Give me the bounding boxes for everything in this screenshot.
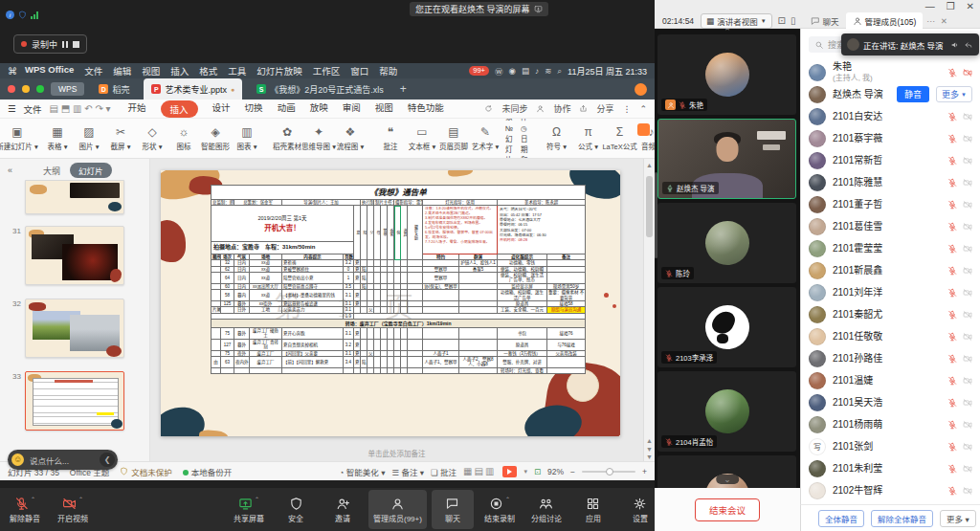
ribbon-button-稻壳素材[interactable]: ✿稻壳素材 [276,126,299,151]
ribbon-button-智能图形[interactable]: ◈智能图形 [204,126,227,151]
ribbon-tab-设计[interactable]: 设计 [212,100,231,118]
docer-tab[interactable]: D 稻壳 [91,78,137,100]
mic-off-icon[interactable] [947,420,957,430]
unmute-all-button[interactable]: 解除全体静音 [871,510,933,527]
camera-off-icon[interactable] [963,178,972,188]
member-more-button[interactable]: 更多 ▼ [936,86,972,102]
menu-item-格式[interactable]: 格式 [199,64,217,77]
thumbnail-partial[interactable] [0,180,149,214]
slide-number-button[interactable]: № 幻灯片编号 [505,124,513,159]
sync-status[interactable]: 未同步 [501,102,527,115]
camera-off-icon[interactable] [963,442,972,452]
menu-item-幻灯片放映[interactable]: 幻灯片放映 [256,64,302,77]
stop-recording-button[interactable] [73,41,79,48]
say-something-pill[interactable]: ☺ 说点什么... ❮ [8,450,118,470]
doc-tab-xls[interactable]: S 《我想》2月20号正式通告.xls [249,78,391,100]
backup-status[interactable]: 本地备份开 [183,466,233,477]
hamburger-icon[interactable]: ☰ [8,103,16,114]
ribbon-button-截屏[interactable]: ✂截屏 ▾ [109,126,132,151]
toolbar-结束录制[interactable]: ⌃结束录制 [479,490,521,529]
camera-off-icon[interactable] [963,266,972,276]
camera-off-icon[interactable] [963,486,972,496]
mic-off-icon[interactable] [947,310,957,320]
beautify-button[interactable]: ◔ 智能美化 ▾ [339,466,385,477]
wps-home-button[interactable]: WPS [51,82,84,96]
attachment-button[interactable]: ✇ 附件 [521,119,528,122]
camera-off-icon[interactable] [963,288,972,298]
toolbar-邀请[interactable]: 邀请 [322,490,364,529]
menu-item-帮助[interactable]: 帮助 [379,64,397,77]
participant-row-2101朱利莹[interactable]: 2101朱利莹 [801,457,980,479]
ribbon-tab-视图[interactable]: 视图 [375,100,393,118]
ribbon-button-图片[interactable]: ▨图片 ▾ [78,126,100,151]
toolbar-分组讨论[interactable]: 分组讨论 [525,490,568,529]
zoom-percent[interactable]: 92% [547,467,564,476]
ribbon-button-批注[interactable]: ❝批注 [379,126,402,151]
toolbar-应用[interactable]: 应用 [572,490,614,529]
camera-off-icon[interactable] [963,68,972,77]
participant-row-2101陈雅慧[interactable]: 2101陈雅慧 [801,171,980,193]
quick-access-toolbar[interactable]: ▤ ⬒ ▥ ↶ ↷ ▾ [50,103,111,114]
slide-33[interactable]: 《我想》通告单总监制：郑金立总策划：张金军导演/制片人：王加执行制片人：孙美制片… [161,170,620,436]
participant-row-2101张剑[interactable]: 写2101张剑 [801,435,980,457]
menu-item-编辑[interactable]: 编辑 [113,64,131,77]
video-tile-赵焕杰 导演[interactable]: 赵焕杰 导演 [657,119,796,199]
menu-item-app[interactable]: WPS Office [25,64,74,77]
ribbon-tab-审阅[interactable]: 审阅 [343,100,361,118]
panel-more-icon[interactable]: ⋯ [926,16,935,26]
toolbar-设置[interactable]: 设置 [619,490,661,529]
comment-button[interactable]: ❏ 批注 [431,466,457,477]
camera-off-icon[interactable] [963,310,972,320]
ribbon-button-思维导图[interactable]: ✦思维导图 ▾ [307,126,330,151]
mic-off-icon[interactable] [947,200,957,210]
camera-off-icon[interactable] [963,244,972,254]
ribbon-tab-插入[interactable]: 插入 [161,100,198,118]
collapse-pill-icon[interactable]: ❮ [100,453,115,467]
camera-off-icon[interactable] [963,398,972,408]
mic-off-icon[interactable] [947,398,957,408]
participant-row-2101常新哲[interactable]: 2101常新哲 [801,149,980,171]
restore-icon[interactable]: ❐ [947,1,955,11]
more-menu-icon[interactable]: ⋮ [622,104,631,114]
scroll-down-icon[interactable]: ▼ [644,454,655,460]
mic-off-icon[interactable] [947,156,957,166]
expand-videos-icon[interactable]: ⌄ [716,475,739,484]
camera-off-icon[interactable] [963,376,972,386]
canvas-scrollbar[interactable]: ▲ ▲ ▼ ▼ [643,159,655,461]
menu-item-文件[interactable]: 文件 [84,64,102,77]
participant-row-2101霍莹莹[interactable]: 2101霍莹莹 [801,237,980,259]
tray-icon[interactable]: ◉ [509,66,516,76]
share-button[interactable]: 分享 [596,102,613,115]
wifi-icon[interactable]: ≋ [545,66,551,76]
tab-members[interactable]: 管理成员(105) [846,12,924,29]
slideshow-play-button[interactable] [502,466,517,477]
ribbon-tab-切换[interactable]: 切换 [245,100,263,118]
thumbnail-row-32[interactable]: 32 [0,299,149,358]
participant-row-2101蔡宇薇[interactable]: 2101蔡宇薇 [801,127,980,149]
mic-off-icon[interactable] [947,442,957,452]
camera-off-icon[interactable] [963,332,972,342]
participant-row-2101刘年洋[interactable]: 2101刘年洋 [801,281,980,303]
mic-off-icon[interactable] [947,266,957,276]
mic-off-icon[interactable] [947,244,957,254]
prev-slide-icon[interactable]: ▲ [644,437,655,444]
ribbon-tab-动画[interactable]: 动画 [278,100,296,118]
close-icon[interactable]: ✕ [967,1,974,11]
participant-row-2101杨雨萌[interactable]: 2101杨雨萌 [801,413,980,435]
participant-row-朱艳[interactable]: 朱艳(主持人, 我) [801,61,980,83]
mic-off-icon[interactable] [947,134,957,144]
ribbon-button-艺术字[interactable]: ✎艺术字 ▾ [474,126,497,151]
ribbon-button-图表[interactable]: ▥图表 ▾ [235,126,258,151]
say-something-text[interactable]: 说点什么... [30,454,94,466]
mic-off-icon[interactable] [947,486,957,496]
collapse-panel-icon[interactable]: « [8,166,12,175]
mic-off-icon[interactable] [947,464,957,474]
mic-off-icon[interactable] [947,112,957,122]
participant-row-2101吴天浩[interactable]: 2101吴天浩 [801,391,980,413]
scrollbar-thumb[interactable] [646,176,653,237]
mic-off-icon[interactable] [947,178,957,188]
ribbon-tab-放映[interactable]: 放映 [310,100,328,118]
mic-off-icon[interactable] [947,376,957,386]
slides-tab[interactable]: 幻灯片 [70,163,112,178]
mic-off-icon[interactable] [947,68,957,77]
